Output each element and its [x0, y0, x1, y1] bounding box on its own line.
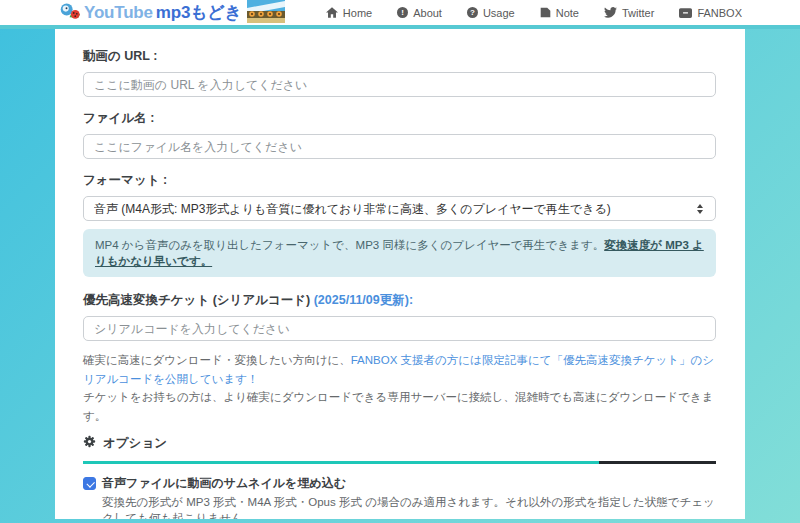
nav-label: Note	[556, 7, 579, 19]
info-circle-icon	[397, 7, 408, 18]
nav-label: FANBOX	[697, 7, 742, 19]
options-divider	[83, 461, 716, 464]
ticket-update-link[interactable]: (2025/11/09更新):	[314, 293, 413, 307]
format-group: フォーマット : 音声 (M4A形式: MP3形式よりも音質に優れており非常に高…	[83, 172, 716, 221]
main-content-card: 動画の URL : ファイル名 : フォーマット : 音声 (M4A形式: MP…	[55, 29, 745, 519]
option-label[interactable]: 音声ファイルに動画のサムネイルを埋め込む	[102, 475, 346, 492]
navbar: YouTube mp3もどき	[0, 0, 800, 29]
note-icon	[540, 7, 551, 18]
ticket-group: 優先高速変換チケット (シリアルコード) (2025/11/09更新):	[83, 292, 716, 341]
nav-item-fanbox[interactable]: FANBOX	[679, 7, 742, 19]
main-nav: Home About Usage Note Twitter FANBOX	[326, 7, 742, 19]
filename-label: ファイル名 :	[83, 110, 716, 127]
home-icon	[326, 7, 338, 18]
format-info-text: MP4 から音声のみを取り出したフォーマットで、MP3 同様に多くのプレイヤーで…	[95, 239, 604, 251]
nav-item-twitter[interactable]: Twitter	[604, 7, 654, 19]
format-label: フォーマット :	[83, 172, 716, 189]
brand-logo[interactable]: YouTube mp3もどき	[60, 0, 285, 27]
format-info-alert: MP4 から音声のみを取り出したフォーマットで、MP3 同様に多くのプレイヤーで…	[83, 229, 716, 277]
option-embed-thumbnail: 音声ファイルに動画のサムネイルを埋め込む 変換先の形式が MP3 形式・M4A …	[83, 475, 716, 519]
ticket-label: 優先高速変換チケット (シリアルコード) (2025/11/09更新):	[83, 292, 716, 309]
video-url-input[interactable]	[83, 72, 716, 97]
ticket-label-text: 優先高速変換チケット (シリアルコード)	[83, 293, 314, 307]
nav-label: About	[413, 7, 442, 19]
brand-name-mp3modoki: mp3もどき	[156, 1, 242, 24]
format-select[interactable]: 音声 (M4A形式: MP3形式よりも音質に優れており非常に高速、多くのプレイヤ…	[83, 196, 716, 221]
serial-code-input[interactable]	[83, 316, 716, 341]
nav-item-note[interactable]: Note	[540, 7, 579, 19]
fanbox-icon	[679, 8, 692, 18]
nav-item-about[interactable]: About	[397, 7, 442, 19]
nav-label: Home	[343, 7, 372, 19]
question-circle-icon	[467, 7, 478, 18]
video-url-group: 動画の URL :	[83, 48, 716, 97]
nav-label: Usage	[483, 7, 515, 19]
filename-group: ファイル名 :	[83, 110, 716, 159]
embed-thumbnail-checkbox[interactable]	[83, 477, 96, 490]
pixel-beach-banner	[247, 0, 285, 27]
options-header: オプション	[83, 435, 716, 452]
nav-label: Twitter	[622, 7, 654, 19]
nav-item-home[interactable]: Home	[326, 7, 372, 19]
ticket-help-text: 確実に高速にダウンロード・変換したい方向けに、FANBOX 支援者の方には限定記…	[83, 351, 716, 426]
gear-icon	[83, 435, 96, 451]
filename-input[interactable]	[83, 134, 716, 159]
ticket-help-prefix: 確実に高速にダウンロード・変換したい方向けに、	[83, 354, 351, 366]
twitter-icon	[604, 7, 617, 18]
ticket-help-line2: チケットをお持ちの方は、より確実にダウンロードできる専用サーバーに接続し、混雑時…	[83, 391, 713, 422]
options-title: オプション	[103, 435, 167, 452]
bird-ladybug-logo-icon	[60, 1, 81, 24]
nav-item-usage[interactable]: Usage	[467, 7, 515, 19]
brand-name-youtube: YouTube	[84, 3, 153, 23]
video-url-label: 動画の URL :	[83, 48, 716, 65]
option-description: 変換先の形式が MP3 形式・M4A 形式・Opus 形式 の場合のみ適用されま…	[102, 495, 716, 519]
